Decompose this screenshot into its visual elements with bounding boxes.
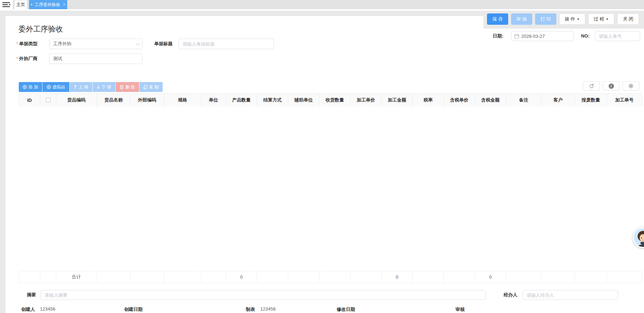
info-icon: i [609, 83, 614, 89]
column-header: 加工单价 [350, 94, 382, 106]
move-down-button[interactable]: 下 移 [93, 82, 115, 92]
refresh-button[interactable] [583, 81, 600, 91]
add-row-label: 添 加 [28, 84, 38, 90]
creator-label: 创建人 [21, 306, 35, 313]
summary-cell [413, 271, 444, 283]
copy-row-button[interactable]: 复 制 [139, 82, 163, 92]
move-down-label: 下 移 [101, 84, 111, 90]
summary-cell [288, 271, 319, 283]
summary-cell [607, 271, 642, 283]
avatar [634, 228, 644, 247]
table-body-empty [19, 106, 642, 271]
summary-cell: 合计 [56, 271, 97, 283]
select-all-cell [40, 94, 56, 106]
summary-label: 摘要 [27, 290, 36, 300]
required-asterisk: * [16, 41, 18, 46]
refresh-icon [589, 83, 594, 89]
summary-cell: 0 [226, 271, 257, 283]
delete-row-button[interactable]: 删 除 [116, 82, 139, 92]
gear-icon [628, 83, 634, 89]
summary-cell [130, 271, 164, 283]
tab-active-dot-icon: ● [31, 3, 33, 6]
doc-type-label-text: 单据类型 [19, 41, 37, 46]
menu-fold-icon [2, 1, 11, 8]
move-up-button[interactable]: 上 移 [70, 82, 92, 92]
column-header: 辅助单位 [288, 94, 319, 106]
summary-cell: 0 [475, 271, 506, 283]
agent-label: 经办人 [504, 290, 517, 300]
add-row-button[interactable]: 添 加 [19, 82, 42, 92]
summary-cell [319, 271, 350, 283]
arrow-down-icon [97, 85, 100, 89]
summary-cell [575, 271, 607, 283]
summary-cell [257, 271, 288, 283]
column-header: 单位 [201, 94, 226, 106]
modify-date-label: 修改日期 [337, 306, 355, 313]
tab-home[interactable]: 主页 [14, 0, 27, 9]
chevron-down-icon [136, 41, 140, 45]
tab-active-label: 工序委外验收 [35, 2, 60, 8]
preparer-value: 123456 [260, 306, 275, 312]
no-input[interactable] [595, 31, 640, 41]
summary-input[interactable] [41, 290, 486, 300]
column-header: 结算方式 [257, 94, 288, 106]
tab-process-acceptance[interactable]: ● 工序委外验收 × [29, 0, 67, 9]
audit-button[interactable]: 审 核 [511, 13, 532, 25]
summary-cell [97, 271, 130, 283]
column-header: 备注 [506, 94, 541, 106]
close-button[interactable]: 关 闭 [617, 13, 639, 25]
operate-dropdown-button[interactable]: 操 作 ▼ [559, 13, 585, 25]
column-header: 税率 [413, 94, 444, 106]
grid-toolbar: 添 加 虚拟品 上 移 下 移 删 除 复 制 [19, 82, 163, 92]
column-header: 货品名称 [97, 94, 130, 106]
settings-button[interactable] [622, 81, 639, 91]
copy-icon [143, 85, 147, 89]
arrow-up-icon [74, 85, 77, 89]
summary-cell [164, 271, 201, 283]
table-header-row: ID货品编码货品名称外部编码规格单位产品数量结算方式辅助单位收货数量加工单价加工… [19, 93, 642, 107]
doc-type-label: *单据类型 [16, 39, 37, 49]
delete-row-label: 删 除 [125, 84, 135, 90]
info-button[interactable]: i [603, 81, 620, 91]
tab-close-icon[interactable]: × [63, 2, 65, 7]
select-all-checkbox[interactable] [46, 98, 51, 103]
tab-home-label: 主页 [17, 2, 25, 8]
process-button-label: 过 程 [594, 16, 604, 22]
creator-value: 123456 [40, 306, 55, 312]
summary-cell: 0 [382, 271, 413, 283]
no-label: NO: [581, 31, 590, 41]
date-input[interactable]: 2026-03-27 [511, 31, 574, 41]
save-button[interactable]: 保 存 [487, 13, 508, 25]
add-virtual-item-button[interactable]: 虚拟品 [42, 82, 69, 92]
page-title: 委外工序验收 [18, 24, 63, 34]
date-label: 日期: [493, 31, 503, 41]
vendor-input[interactable] [49, 53, 143, 64]
required-asterisk: * [16, 56, 18, 61]
copy-row-label: 复 制 [149, 84, 158, 90]
summary-cell [350, 271, 382, 283]
summary-cell [19, 271, 40, 283]
process-dropdown-button[interactable]: 过 程 ▼ [588, 13, 614, 25]
circle-plus-icon [47, 85, 51, 89]
summary-cell [40, 271, 56, 283]
caret-down-icon: ▼ [605, 18, 609, 21]
column-header: 客户 [541, 94, 575, 106]
doc-title-input[interactable] [179, 39, 274, 49]
summary-cell [444, 271, 475, 283]
print-button[interactable]: 打 印 [535, 13, 556, 25]
doc-title-label: 单据标题 [154, 39, 173, 49]
doc-type-select[interactable]: 工序外协 [49, 39, 143, 49]
summary-cell [201, 271, 226, 283]
collapse-menu-button[interactable] [0, 0, 13, 9]
circle-plus-icon [23, 85, 27, 89]
agent-input[interactable] [523, 290, 618, 300]
column-header: 加工单号 [607, 94, 642, 106]
table-summary-row: 合计000 [19, 271, 642, 283]
column-header: 加工金额 [382, 94, 413, 106]
column-header: 含税单价 [444, 94, 475, 106]
summary-cell [541, 271, 575, 283]
operate-button-label: 操 作 [565, 16, 575, 22]
doc-type-value: 工序外协 [53, 41, 71, 47]
print-button-label: 打 印 [540, 16, 551, 22]
column-header: 报废数量 [575, 94, 607, 106]
